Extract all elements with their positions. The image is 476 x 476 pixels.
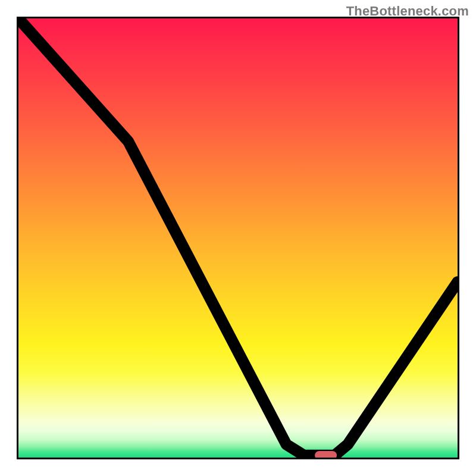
- plot-area: [17, 17, 459, 459]
- optimal-marker: [315, 451, 337, 458]
- bottleneck-curve: [18, 18, 458, 455]
- line-overlay: [18, 18, 458, 458]
- chart-container: TheBottleneck.com: [0, 0, 476, 476]
